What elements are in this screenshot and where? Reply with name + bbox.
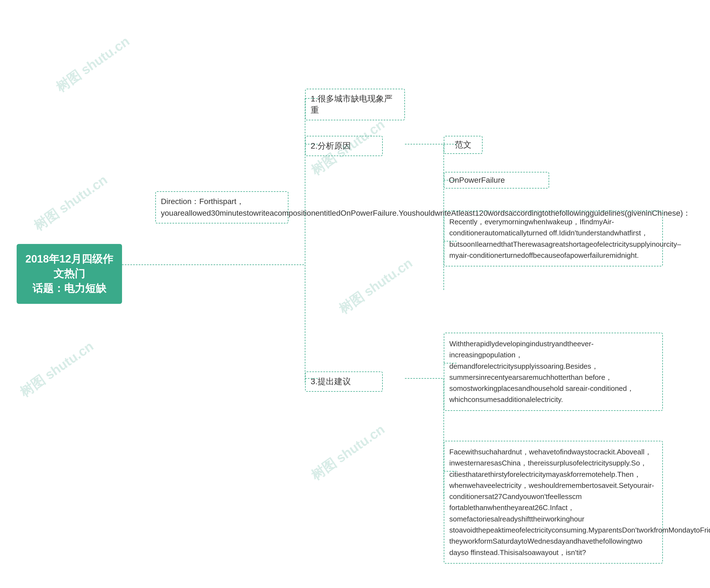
label-3-text: 3.提出建议 [311, 377, 351, 386]
content-1-text: Recently，everymorningwhenIwakeup，Ifindmy… [449, 218, 681, 260]
main-topic-text2: 话题：电力短缺 [32, 283, 106, 294]
content-box-2: Withtherapidlydevelopingindustryandtheev… [444, 333, 663, 411]
label-1-box: 1.很多城市缺电现象严重 [305, 89, 405, 120]
fanwen-box: 范文 [444, 136, 482, 154]
watermark-6: 树图 shutu.cn [308, 420, 388, 484]
content-box-1: Recently，everymorningwhenIwakeup，Ifindmy… [444, 211, 663, 266]
label-1-text: 1.很多城市缺电现象严重 [311, 94, 393, 115]
content-box-3: Facewithsuchahardnut，wehavetofindwaystoc… [444, 441, 663, 564]
title-box: OnPowerFailure [444, 172, 549, 189]
content-3-text: Facewithsuchahardnut，wehavetofindwaystoc… [449, 448, 710, 557]
content-2-text: Withtherapidlydevelopingindustryandtheev… [449, 340, 634, 403]
watermark-3: 树图 shutu.cn [17, 337, 97, 401]
main-topic-box: 2018年12月四级作文热门 话题：电力短缺 [17, 244, 122, 304]
mindmap-container: 树图 shutu.cn 树图 shutu.cn 树图 shutu.cn 树图 s… [0, 0, 710, 588]
direction-box: Direction：Forthispart，youareallowed30min… [155, 191, 288, 223]
title-text: OnPowerFailure [449, 176, 505, 185]
label-2-box: 2.分析原因 [305, 136, 383, 156]
label-2-text: 2.分析原因 [311, 141, 351, 150]
label-3-box: 3.提出建议 [305, 371, 383, 392]
watermark-2: 树图 shutu.cn [30, 171, 111, 235]
fanwen-text: 范文 [455, 140, 472, 149]
watermark-1: 树图 shutu.cn [53, 32, 133, 96]
watermark-5: 树图 shutu.cn [336, 254, 416, 318]
main-topic-text: 2018年12月四级作文热门 [25, 253, 114, 279]
